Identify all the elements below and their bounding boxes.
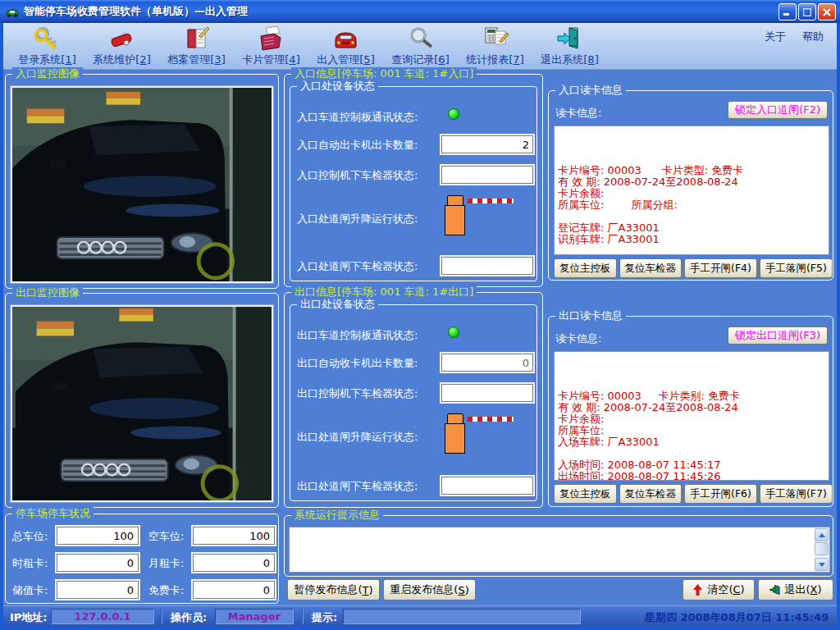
stored-card-value[interactable] (57, 581, 139, 599)
entrance-manual-close-button[interactable]: 手工落闸(F5) (760, 258, 833, 278)
maximize-button[interactable] (798, 3, 816, 21)
entrance-gate-detector-input[interactable] (441, 257, 533, 275)
pause-publish-button[interactable]: 暂停发布信息(T) (287, 579, 380, 600)
exit-camera-panel: 出口监控图像 (5, 293, 279, 508)
scrollbar-thumb[interactable] (815, 542, 829, 555)
lock-exit-gate-button[interactable]: 锁定出口道闸(F3) (728, 326, 828, 345)
ip-address-label: IP地址: (10, 610, 48, 625)
toolbar-login-button[interactable]: 登录系统[1] (10, 25, 84, 67)
scroll-up-icon (819, 533, 825, 537)
toolbar-exit-button[interactable]: 退出系统[8] (532, 25, 607, 67)
exit-reset-detector-button[interactable]: 复位车检器 (619, 484, 682, 504)
exit-reset-mainboard-button[interactable]: 复位主控板 (554, 484, 617, 504)
exit-barrier-status-label: 出口处道闸升降运行状态: (297, 430, 418, 445)
archive-icon (183, 25, 210, 52)
entrance-comm-status-light (448, 108, 459, 120)
exit-gate-detector-input[interactable] (441, 477, 533, 495)
scroll-up-button[interactable] (815, 528, 829, 541)
toolbar-report-button[interactable]: 统计报表[7] (458, 25, 532, 67)
toolbar-query-button[interactable]: 查询记录[6] (383, 25, 458, 67)
about-link[interactable]: 关于 (765, 30, 786, 44)
main-toolbar: 登录系统[1] 系统维护[2] 档案管理[3] (3, 23, 837, 70)
card-info-line: 卡片余额: (558, 188, 829, 199)
card-info-line: 所属车位: 所属分组: (558, 199, 829, 211)
messages-scrollbar[interactable] (815, 528, 829, 571)
card-info-line: 卡片编号: 00003 卡片类别: 免费卡 (558, 390, 829, 402)
stored-card-label: 储值卡: (12, 583, 48, 598)
restart-publish-button[interactable]: 重启发布信息(S) (383, 579, 476, 600)
entrance-reset-mainboard-button[interactable]: 复位主控板 (554, 258, 617, 278)
entrance-camera-panel: 入口监控图像 (5, 74, 279, 289)
calculator-icon (482, 25, 509, 52)
exit-camera-image (11, 305, 273, 502)
exit-manual-open-button[interactable]: 手工开闸(F6) (684, 484, 757, 504)
entrance-dispense-count-input[interactable] (441, 135, 533, 153)
operator-label: 操作员: (171, 610, 207, 625)
scroll-down-button[interactable] (815, 558, 829, 571)
entrance-device-status-group: 入口处设备状态 入口车道控制板通讯状态: 入口自动出卡机出卡数量: 入口控制机下… (290, 86, 537, 281)
free-spaces-label: 空车位: (148, 529, 184, 544)
toolbar-archive-button[interactable]: 档案管理[3] (159, 25, 234, 67)
entrance-manual-open-button[interactable]: 手工开闸(F4) (684, 258, 757, 278)
free-spaces-value[interactable] (193, 527, 275, 545)
entrance-reader-title: 入口读卡信息 (555, 84, 626, 97)
toolbar-maintenance-button[interactable]: 系统维护[2] (84, 25, 159, 67)
exit-door-icon (556, 25, 583, 52)
card-info-line: 识别车牌: 厂A33001 (558, 234, 829, 245)
car-icon (332, 25, 359, 52)
exit-camera-title: 出口监控图像 (12, 286, 83, 299)
status-bar: IP地址: 127.0.0.1 操作员: Manager 提示: 星期四 200… (3, 605, 837, 627)
card-info-line: 有 效 期: 2008-07-24至2008-08-24 (558, 402, 829, 413)
keys-icon (34, 25, 61, 52)
exit-reader-title: 出口读卡信息 (555, 309, 626, 322)
hourly-card-value[interactable] (57, 554, 139, 572)
help-link[interactable]: 帮助 (802, 30, 824, 44)
card-info-line (558, 211, 829, 222)
clear-messages-button[interactable]: 清空(C) (682, 579, 755, 600)
total-spaces-value[interactable] (57, 527, 139, 545)
scroll-down-icon (819, 563, 825, 567)
entrance-ctrl-detector-label: 入口控制机下车检器状态: (297, 168, 418, 183)
system-messages-listbox[interactable]: 2008-08-07 11:45:28: 1#出口 控制机下车走2008-08-… (289, 527, 830, 573)
toolbar-query-label: 查询记录[6] (391, 52, 449, 67)
clear-messages-label: 清空(C) (707, 582, 744, 597)
parking-status-panel: 停车场停车状况 总车位: 空车位: 时租卡: 月租卡: 储值卡: 免费卡: (5, 514, 279, 604)
card-file-icon (258, 25, 285, 52)
entrance-barrier-status-label: 入口处道闸升降运行状态: (297, 212, 418, 226)
entrance-barrier-gate-icon (445, 195, 515, 236)
exit-barrier-gate-icon (445, 413, 515, 454)
exit-ctrl-detector-input[interactable] (441, 384, 533, 402)
close-button[interactable] (818, 3, 836, 21)
toolbar-archive-label: 档案管理[3] (167, 52, 225, 67)
minimize-button[interactable] (778, 3, 797, 21)
card-info-line (558, 448, 829, 459)
card-info-line: 卡片余额: (558, 413, 829, 425)
app-window: 智能停车场收费管理软件（单机版）—出入管理 登录系统[1] (0, 0, 840, 630)
entrance-ctrl-detector-input[interactable] (441, 166, 533, 184)
exit-collect-count-input[interactable] (441, 354, 533, 372)
card-info-line (558, 245, 829, 255)
entrance-reader-panel: 入口读卡信息 读卡信息: 锁定入口道闸(F2) 卡片编号: 00003 卡片类型… (548, 90, 833, 281)
entrance-reset-detector-button[interactable]: 复位车检器 (619, 258, 682, 278)
exit-manual-close-button[interactable]: 手工落闸(F7) (760, 484, 833, 504)
entrance-info-title: 入口信息[停车场: 001 车道: 1#入口] (291, 67, 477, 80)
tip-value (343, 609, 581, 624)
exit-info-panel: 出口信息[停车场: 001 车道: 1#出口] 出口处设备状态 出口车道控制板通… (284, 292, 543, 508)
parking-status-title: 停车场停车状况 (12, 507, 94, 520)
exit-module-button[interactable]: 退出(X) (758, 579, 833, 600)
lock-entrance-gate-button[interactable]: 锁定入口道闸(F2) (728, 101, 828, 119)
monthly-card-value[interactable] (193, 554, 275, 572)
app-icon (5, 5, 20, 18)
system-messages-panel: 系统运行提示信息 2008-08-07 11:45:28: 1#出口 控制机下车… (284, 515, 833, 577)
window-title: 智能停车场收费管理软件（单机版）—出入管理 (24, 4, 248, 19)
statusbar-separator (302, 609, 304, 624)
hourly-card-label: 时租卡: (12, 556, 48, 571)
card-info-line: 出场时间: 2008-08-07 11:45:26 (558, 471, 829, 481)
tools-icon (108, 25, 135, 52)
toolbar-inout-button[interactable]: 出入管理[5] (308, 25, 383, 67)
exit-info-title: 出口信息[停车场: 001 车道: 1#出口] (291, 285, 477, 299)
exit-card-info-text: 卡片编号: 00003 卡片类别: 免费卡有 效 期: 2008-07-24至2… (554, 351, 829, 481)
toolbar-card-button[interactable]: 卡片管理[4] (234, 25, 308, 67)
operator-value: Manager (215, 609, 294, 624)
free-card-value[interactable] (193, 581, 275, 599)
